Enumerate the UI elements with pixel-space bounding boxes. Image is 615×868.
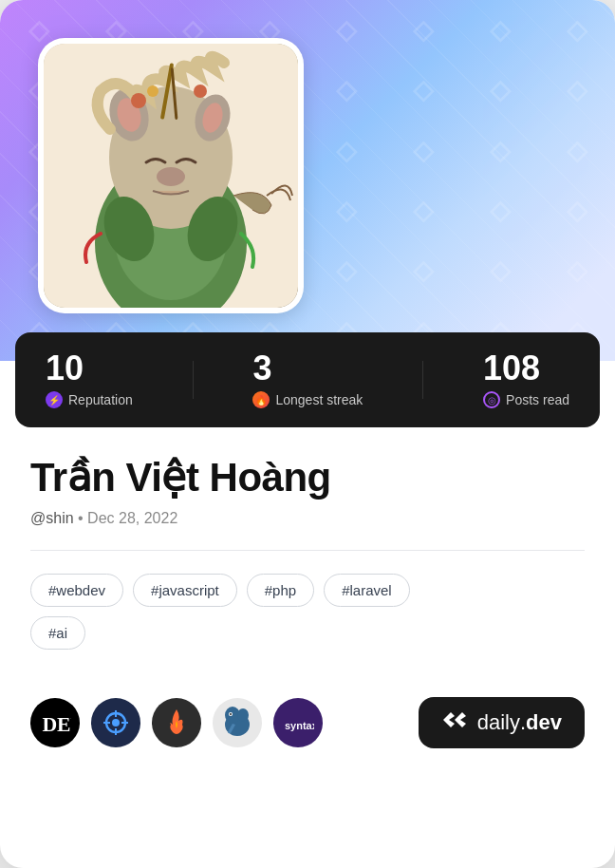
daily-dev-logo: daily.dev [419, 697, 585, 748]
stat-divider-1 [193, 361, 194, 399]
posts-read-value: 108 [483, 351, 540, 386]
watermark-icon: ◇ [308, 0, 384, 60]
tag-javascript[interactable]: #javascript [133, 574, 237, 607]
svg-text:DEV: DEV [42, 713, 71, 736]
watermark-icon: ◇ [384, 0, 461, 60]
source-crosshair-icon[interactable] [91, 698, 140, 747]
watermark-icon: ◇ [461, 0, 538, 60]
source-icons: DEV [30, 698, 323, 747]
reputation-label: ⚡ Reputation [46, 391, 133, 408]
watermark-icon: ◇ [538, 180, 615, 240]
streak-icon: 🔥 [252, 391, 270, 408]
watermark-icon: ◇ [308, 180, 384, 240]
svg-point-9 [131, 93, 146, 108]
stat-reputation: 10 ⚡ Reputation [46, 351, 133, 408]
watermark-icon: ◇ [538, 0, 615, 60]
posts-read-label: ◎ Posts read [483, 391, 569, 408]
svg-point-11 [194, 85, 207, 98]
watermark-icon: ◇ [308, 121, 384, 180]
profile-banner: ◇ ◇ ◇ ◇ ◇ ◇ ◇ ◇ ◇ ◇ ◇ ◇ ◇ ◇ ◇ ◇ ◇ ◇ ◇ ◇ … [0, 0, 615, 361]
watermark-icon: ◇ [384, 180, 461, 240]
daily-dev-chevron-icon [441, 708, 470, 737]
reputation-value: 10 [46, 351, 84, 386]
source-flame-icon[interactable] [152, 698, 201, 747]
tags-row-2: #ai [30, 616, 585, 650]
source-dev-icon[interactable]: DEV [30, 698, 80, 747]
svg-point-25 [237, 708, 249, 722]
watermark-icon: ◇ [461, 121, 538, 180]
stats-bar: 10 ⚡ Reputation 3 🔥 Longest streak 108 ◎… [15, 332, 600, 427]
streak-value: 3 [252, 351, 271, 386]
avatar-container [38, 38, 304, 313]
watermark-icon: ◇ [538, 60, 615, 120]
stat-streak: 3 🔥 Longest streak [252, 351, 363, 408]
tags-row-1: #webdev #javascript #php #laravel [30, 574, 585, 607]
watermark-icon: ◇ [538, 240, 615, 300]
posts-read-icon: ◎ [483, 391, 500, 408]
watermark-icon: ◇ [461, 240, 538, 300]
logo-daily: daily [477, 710, 520, 735]
profile-card: ◇ ◇ ◇ ◇ ◇ ◇ ◇ ◇ ◇ ◇ ◇ ◇ ◇ ◇ ◇ ◇ ◇ ◇ ◇ ◇ … [0, 0, 615, 868]
streak-label: 🔥 Longest streak [252, 391, 363, 408]
svg-point-8 [157, 167, 185, 186]
source-purple-icon[interactable]: syntax [273, 698, 323, 747]
watermark-icon: ◇ [461, 180, 538, 240]
logo-dev: dev [526, 710, 562, 735]
profile-name: Trần Việt Hoàng [30, 454, 585, 500]
watermark-icon: ◇ [384, 121, 461, 180]
profile-meta: @shin • Dec 28, 2022 [30, 510, 585, 527]
svg-point-10 [147, 85, 158, 97]
watermark-icon: ◇ [384, 60, 461, 120]
tag-webdev[interactable]: #webdev [30, 574, 123, 607]
watermark-icon: ◇ [308, 240, 384, 300]
meta-separator: • [78, 510, 87, 526]
watermark-icon: ◇ [538, 121, 615, 180]
profile-info: Trần Việt Hoàng @shin • Dec 28, 2022 [0, 427, 615, 527]
daily-dev-logo-text: daily.dev [477, 710, 562, 735]
stat-posts-read: 108 ◎ Posts read [483, 351, 569, 408]
tag-php[interactable]: #php [247, 574, 314, 607]
watermark-icon: ◇ [308, 60, 384, 120]
tags-section: #webdev #javascript #php #laravel #ai [0, 551, 615, 682]
tag-laravel[interactable]: #laravel [324, 574, 410, 607]
svg-point-27 [230, 713, 232, 715]
tag-ai[interactable]: #ai [30, 616, 85, 650]
source-elephant-icon[interactable] [213, 698, 262, 747]
avatar [44, 44, 298, 308]
watermark-icon: ◇ [384, 240, 461, 300]
svg-text:syntax: syntax [285, 720, 314, 731]
profile-username: @shin [30, 510, 74, 526]
profile-joined-date: Dec 28, 2022 [87, 510, 177, 526]
svg-point-18 [112, 719, 120, 726]
reputation-icon: ⚡ [46, 391, 63, 408]
watermark-icon: ◇ [461, 60, 538, 120]
stat-divider-2 [422, 361, 423, 399]
sources-row: DEV [0, 682, 615, 771]
